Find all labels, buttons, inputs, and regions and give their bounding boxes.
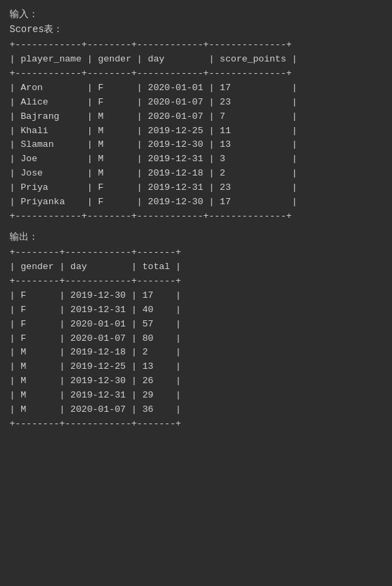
input-table: +------------+--------+------------+----…	[10, 38, 382, 224]
output-label: 输出：	[10, 231, 382, 243]
output-table: +--------+------------+-------+ | gender…	[10, 246, 382, 432]
input-label: 输入：	[10, 8, 382, 20]
output-section: 输出： +--------+------------+-------+ | ge…	[10, 231, 382, 432]
scores-label: Scores表：	[10, 23, 382, 36]
